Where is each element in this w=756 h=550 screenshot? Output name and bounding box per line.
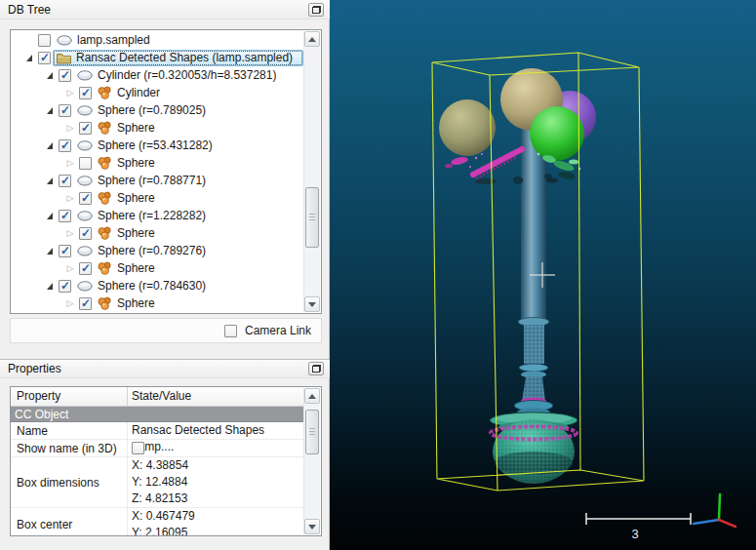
- tree-item-area[interactable]: Sphere (r=0.789276): [73, 243, 303, 259]
- tree-item[interactable]: Sphere (r=53.431282): [11, 137, 303, 154]
- scroll-up-button[interactable]: [304, 388, 320, 404]
- property-row: Box dimensionsX: 4.38854Y: 12.4884Z: 4.8…: [11, 457, 303, 508]
- tree-item-area[interactable]: Cylinder: [94, 85, 303, 101]
- cloudcompare-window: DB Tree lamp.sampledRansac Detected Shap…: [0, 0, 756, 550]
- property-value-line: X: 0.467479: [132, 508, 303, 525]
- tree-item[interactable]: ▷Sphere: [11, 224, 303, 242]
- visibility-checkbox[interactable]: [59, 104, 71, 117]
- 3d-viewport[interactable]: 3: [330, 0, 756, 550]
- properties-title: Properties: [8, 362, 308, 375]
- property-name: Box center: [17, 518, 72, 531]
- tree-item-area[interactable]: Sphere (r=0.789025): [73, 102, 303, 119]
- tree-item[interactable]: ▷Sphere: [11, 189, 303, 207]
- scroll-down-button[interactable]: [304, 519, 320, 534]
- tree-item-area[interactable]: Sphere (r=0.784630): [73, 278, 303, 295]
- tree-item-area[interactable]: Sphere (r=0.788771): [73, 173, 303, 189]
- tree-item-area[interactable]: Sphere: [94, 295, 303, 312]
- visibility-checkbox[interactable]: [79, 262, 92, 275]
- tree-item-label: Sphere: [117, 191, 155, 205]
- tree-item[interactable]: ▷Sphere: [11, 154, 303, 172]
- arrow-up-icon: [308, 37, 316, 42]
- expand-arrow-expanded-icon[interactable]: [43, 142, 57, 149]
- tree-item[interactable]: lamp.sampled: [11, 31, 303, 49]
- cloud-icon: [77, 104, 93, 116]
- expand-arrow-collapsed-icon[interactable]: ▷: [63, 229, 77, 238]
- tree-item-area[interactable]: Sphere: [94, 225, 303, 242]
- tree-item-area[interactable]: Sphere: [94, 120, 303, 137]
- scale-bar-label: 3: [631, 527, 638, 541]
- tree-item-area[interactable]: Cylinder (r=0.320053/h=8.537281): [73, 67, 303, 84]
- camera-link-bar: Camera Link: [10, 318, 322, 343]
- tree-item-area[interactable]: Sphere (r=53.431282): [73, 138, 303, 154]
- float-panel-icon: [312, 365, 321, 373]
- tree-item-selected-area[interactable]: Ransac Detected Shapes (lamp.sampled): [53, 50, 303, 66]
- sphere-green: [530, 106, 584, 161]
- cloud-icon: [77, 280, 93, 292]
- visibility-checkbox[interactable]: [79, 192, 92, 205]
- tree-item-area[interactable]: Sphere (r=1.228282): [73, 208, 303, 224]
- visibility-checkbox[interactable]: [59, 175, 71, 187]
- tree-item[interactable]: Sphere (r=0.789025): [11, 101, 303, 119]
- tree-item[interactable]: ▷Sphere: [11, 295, 303, 312]
- expand-arrow-collapsed-icon[interactable]: ▷: [63, 194, 77, 203]
- scrollbar-thumb[interactable]: [305, 410, 319, 454]
- expand-arrow-collapsed-icon[interactable]: ▷: [63, 89, 77, 98]
- scrollbar-thumb[interactable]: [305, 187, 319, 248]
- tree-item[interactable]: Sphere (r=1.228282): [11, 207, 303, 224]
- tree-item[interactable]: Sphere (r=0.788771): [11, 172, 303, 189]
- visibility-checkbox[interactable]: [38, 34, 51, 47]
- property-row: Box centerX: 0.467479Y: 2.16095: [11, 508, 303, 536]
- expand-arrow-collapsed-icon[interactable]: ▷: [63, 159, 77, 168]
- cloud-icon: [57, 34, 72, 46]
- tree-item[interactable]: Sphere (r=0.784630): [11, 277, 303, 295]
- visibility-checkbox[interactable]: [59, 245, 71, 257]
- tree-item-label: Cylinder (r=0.320053/h=8.537281): [98, 68, 276, 82]
- tree-item-label: Sphere (r=1.228282): [98, 209, 206, 222]
- column-header-property[interactable]: Property: [11, 387, 128, 406]
- expand-arrow-expanded-icon[interactable]: [43, 283, 57, 290]
- expand-arrow-expanded-icon[interactable]: [43, 177, 57, 184]
- tree-item[interactable]: Cylinder (r=0.320053/h=8.537281): [11, 66, 303, 84]
- visibility-checkbox[interactable]: [59, 210, 71, 222]
- cloud-icon: [77, 245, 93, 256]
- expand-arrow-expanded-icon[interactable]: [22, 55, 36, 61]
- visibility-checkbox[interactable]: [79, 87, 92, 99]
- property-checkbox[interactable]: [132, 442, 144, 454]
- visibility-checkbox[interactable]: [79, 297, 92, 310]
- db-tree-scrollbar[interactable]: [303, 31, 320, 312]
- visibility-checkbox[interactable]: [59, 69, 71, 82]
- properties-scrollbar[interactable]: [303, 388, 320, 534]
- expand-arrow-expanded-icon[interactable]: [43, 213, 57, 219]
- tree-item[interactable]: ▷Sphere: [11, 259, 303, 277]
- visibility-checkbox[interactable]: [79, 122, 92, 135]
- tree-item-area[interactable]: Sphere: [94, 190, 303, 207]
- expand-arrow-expanded-icon[interactable]: [43, 248, 57, 255]
- tree-item[interactable]: Ransac Detected Shapes (lamp.sampled): [11, 49, 303, 66]
- visibility-checkbox[interactable]: [79, 227, 92, 240]
- expand-arrow-expanded-icon[interactable]: [43, 107, 57, 114]
- scroll-down-button[interactable]: [304, 296, 320, 312]
- tree-item[interactable]: Sphere (r=0.789276): [11, 242, 303, 259]
- tree-item[interactable]: ▷Sphere: [11, 119, 303, 137]
- expand-arrow-collapsed-icon[interactable]: ▷: [63, 264, 77, 273]
- visibility-checkbox[interactable]: [79, 157, 92, 170]
- visibility-checkbox[interactable]: [59, 280, 71, 293]
- axis-z-blue: [694, 520, 719, 524]
- axis-x-red: [719, 520, 736, 527]
- tree-item-label: Sphere (r=53.431282): [98, 138, 213, 152]
- column-header-state-value[interactable]: State/Value: [128, 387, 303, 406]
- tree-item-area[interactable]: lamp.sampled: [53, 32, 303, 49]
- scroll-up-button[interactable]: [304, 31, 320, 47]
- camera-link-checkbox[interactable]: [224, 325, 237, 337]
- properties-float-button[interactable]: [308, 362, 324, 375]
- visibility-checkbox[interactable]: [59, 139, 71, 152]
- tree-item-area[interactable]: Sphere: [94, 260, 303, 277]
- tree-item-area[interactable]: Sphere: [94, 155, 303, 172]
- expand-arrow-expanded-icon[interactable]: [43, 72, 57, 79]
- db-tree-float-button[interactable]: [308, 3, 324, 17]
- tree-item[interactable]: ▷Cylinder: [11, 84, 303, 101]
- axis-gizmo: [694, 494, 736, 527]
- expand-arrow-collapsed-icon[interactable]: ▷: [63, 124, 77, 133]
- visibility-checkbox[interactable]: [38, 52, 51, 64]
- expand-arrow-collapsed-icon[interactable]: ▷: [63, 299, 77, 308]
